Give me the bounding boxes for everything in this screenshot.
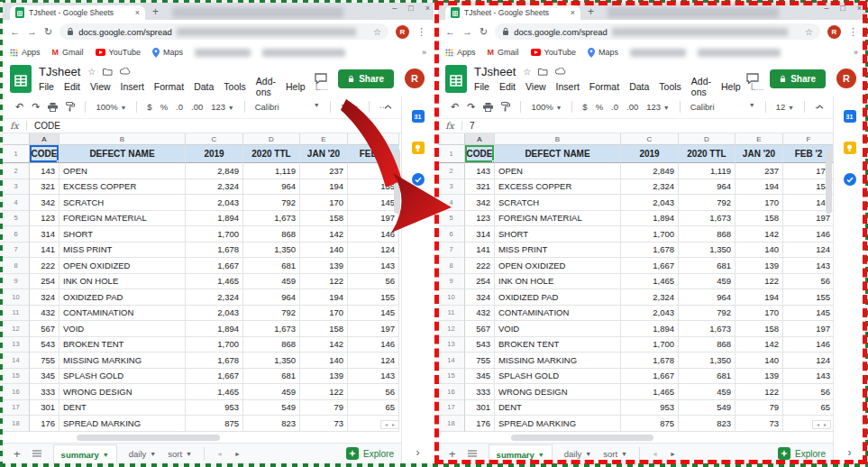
- cell-A8[interactable]: 222: [465, 258, 495, 274]
- sheet-nav-right-icon[interactable]: ►: [670, 451, 676, 457]
- row-header-1[interactable]: 1: [3, 145, 30, 163]
- cell-E10[interactable]: 194: [736, 289, 783, 306]
- horizontal-scrollbar-thumb[interactable]: [511, 435, 653, 441]
- new-tab-button[interactable]: +: [588, 5, 594, 18]
- comment-icon[interactable]: [315, 73, 327, 84]
- cell-B14[interactable]: MISSING MARKING: [59, 353, 186, 369]
- column-header-C[interactable]: C: [621, 133, 679, 145]
- cell-E8[interactable]: 139: [300, 258, 348, 274]
- cell-F8[interactable]: 143: [348, 258, 399, 274]
- menu-insert[interactable]: Insert: [121, 81, 144, 92]
- cell-A16[interactable]: 333: [465, 384, 495, 400]
- cell-B18[interactable]: SPREAD MARKING: [59, 416, 186, 432]
- cell-C14[interactable]: 1,678: [186, 353, 243, 369]
- side-panel-collapse-icon[interactable]: ›: [416, 446, 420, 459]
- column-header-E[interactable]: E: [736, 133, 783, 145]
- row-header-3[interactable]: 3: [3, 179, 30, 196]
- cell-A3[interactable]: 321: [465, 179, 495, 196]
- cell-D13[interactable]: 868: [243, 337, 300, 353]
- cell-E11[interactable]: 170: [300, 306, 348, 322]
- cell-F14[interactable]: 124: [783, 353, 833, 369]
- cloud-status-icon[interactable]: [120, 68, 131, 75]
- menu-data[interactable]: Data: [194, 81, 214, 92]
- cell-D5[interactable]: 1,673: [679, 211, 736, 227]
- cell-F7[interactable]: 124: [348, 243, 399, 259]
- menu-help[interactable]: Help: [286, 81, 306, 92]
- star-icon[interactable]: ☆: [87, 67, 96, 77]
- cell-A2[interactable]: 143: [30, 163, 59, 179]
- font-size-select[interactable]: 12 ▼: [341, 102, 359, 112]
- cell-D18[interactable]: 823: [243, 416, 300, 432]
- cell-C11[interactable]: 2,043: [621, 306, 679, 322]
- cell-A2[interactable]: 143: [465, 163, 495, 179]
- cloud-status-icon[interactable]: [555, 68, 566, 75]
- row-header-9[interactable]: 9: [3, 274, 30, 290]
- row-header-11[interactable]: 11: [438, 306, 465, 322]
- redo-icon[interactable]: ↷: [32, 101, 40, 113]
- cell-C8[interactable]: 1,667: [621, 258, 679, 274]
- column-header-A[interactable]: A: [30, 133, 59, 145]
- cell-C10[interactable]: 2,324: [186, 289, 243, 306]
- cell-D4[interactable]: 792: [679, 195, 736, 211]
- calendar-icon[interactable]: 31: [844, 110, 856, 123]
- vertical-scrollbar[interactable]: [394, 149, 400, 214]
- column-header-D[interactable]: D: [243, 133, 300, 145]
- sheet-tab-menu-icon[interactable]: ▼: [585, 451, 591, 457]
- redo-icon[interactable]: ↷: [467, 101, 475, 113]
- cell-A8[interactable]: 222: [30, 258, 59, 274]
- cell-E4[interactable]: 170: [300, 195, 348, 211]
- cell-C17[interactable]: 953: [621, 400, 679, 417]
- column-header-C[interactable]: C: [186, 133, 243, 145]
- cell-E6[interactable]: 142: [300, 226, 348, 243]
- cell-A14[interactable]: 755: [30, 353, 59, 369]
- cell-E9[interactable]: 122: [736, 274, 783, 290]
- cell-C13[interactable]: 1,700: [621, 337, 679, 353]
- address-bar[interactable]: docs.google.com/spread ☆: [495, 23, 820, 40]
- cell-A17[interactable]: 301: [30, 400, 59, 417]
- cell-B10[interactable]: OXIDIZED PAD: [495, 289, 621, 306]
- row-header-6[interactable]: 6: [3, 226, 30, 243]
- menu-view[interactable]: View: [525, 81, 546, 92]
- column-header-B[interactable]: B: [59, 133, 186, 145]
- forward-icon[interactable]: →: [27, 26, 37, 37]
- row-header-5[interactable]: 5: [438, 211, 465, 227]
- cell-E8[interactable]: 139: [736, 258, 783, 274]
- cell-B9[interactable]: INK ON HOLE: [59, 274, 186, 290]
- sheet-nav-right-icon[interactable]: ►: [234, 451, 241, 457]
- cell-B9[interactable]: INK ON HOLE: [495, 274, 621, 290]
- back-icon[interactable]: ←: [10, 26, 20, 37]
- cell-D10[interactable]: 964: [243, 289, 300, 306]
- row-header-15[interactable]: 15: [438, 369, 465, 385]
- row-header-13[interactable]: 13: [3, 337, 30, 353]
- row-header-2[interactable]: 2: [438, 163, 465, 179]
- cell-E16[interactable]: 122: [736, 384, 783, 400]
- cell-C1[interactable]: 2019: [186, 145, 243, 163]
- column-header-D[interactable]: D: [679, 133, 736, 145]
- formula-bar[interactable]: fx 7: [438, 119, 833, 133]
- cell-D17[interactable]: 549: [679, 400, 736, 417]
- browser-menu-icon[interactable]: ⋮: [416, 26, 426, 38]
- row-header-4[interactable]: 4: [3, 195, 30, 211]
- cell-D14[interactable]: 1,350: [243, 353, 300, 369]
- increase-decimal-button[interactable]: .00: [191, 102, 203, 112]
- font-size-select[interactable]: 12 ▼: [776, 102, 794, 112]
- cell-C5[interactable]: 1,894: [186, 211, 243, 227]
- cell-B5[interactable]: FOREIGN MATERIAL: [59, 211, 186, 227]
- cell-A16[interactable]: 333: [30, 384, 59, 400]
- format-percent-button[interactable]: %: [160, 102, 168, 112]
- column-header-B[interactable]: B: [495, 133, 621, 145]
- bookmarks-overflow-icon[interactable]: »: [422, 48, 426, 57]
- cell-D7[interactable]: 1,350: [243, 243, 300, 259]
- cell-C7[interactable]: 1,678: [186, 243, 243, 259]
- horizontal-scrollbar[interactable]: [30, 435, 388, 441]
- row-header-3[interactable]: 3: [438, 179, 465, 196]
- row-header-2[interactable]: 2: [3, 163, 30, 179]
- cell-C2[interactable]: 2,849: [186, 163, 243, 179]
- decrease-decimal-button[interactable]: .0: [176, 102, 183, 112]
- sheet-tab-daily[interactable]: daily ▼: [129, 449, 156, 459]
- menu-view[interactable]: View: [90, 81, 111, 92]
- cell-E14[interactable]: 140: [300, 353, 348, 369]
- cell-D10[interactable]: 964: [679, 289, 736, 306]
- sheet-nav-left-icon[interactable]: ◄: [216, 451, 223, 457]
- row-header-10[interactable]: 10: [438, 289, 465, 306]
